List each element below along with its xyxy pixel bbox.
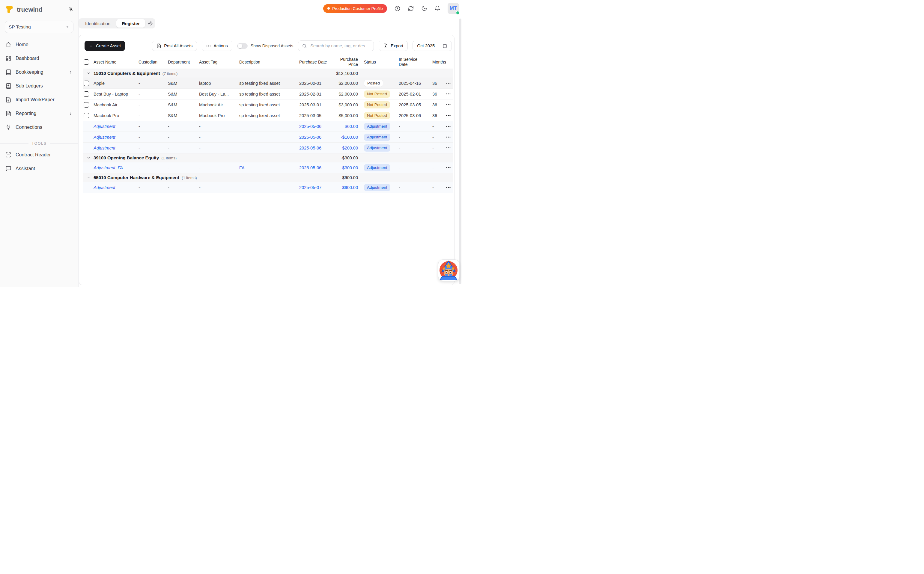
column-header-purchase-price: Purchase Price	[330, 57, 358, 68]
column-header-asset-name: Asset Name	[93, 60, 139, 65]
sidebar-tools: Contract Reader Assistant	[0, 148, 78, 175]
cell-purchase-date[interactable]: 2025-05-07	[294, 185, 330, 190]
adjustment-row[interactable]: Adjustment - - - 2025-05-06 $60.00 Adjus…	[83, 121, 453, 131]
create-asset-button[interactable]: Create Asset	[85, 41, 125, 51]
cell-asset-name[interactable]: Adjustment	[93, 146, 139, 150]
adjustment-row[interactable]: Adjustment: FA - - - FA 2025-05-06 -$300…	[83, 162, 453, 173]
group-header-row[interactable]: 15010 Computers & Equipment (7 items) $1…	[83, 69, 453, 77]
cell-in-service-date: -	[393, 124, 426, 129]
chevron-down-icon	[87, 175, 90, 180]
book-plus-icon	[5, 83, 11, 89]
gear-icon[interactable]	[147, 20, 153, 26]
asset-row[interactable]: Macbook Pro - S&M Macbook Pro sp testing…	[83, 110, 453, 121]
page-scrollbar[interactable]	[459, 19, 461, 284]
cell-purchase-date[interactable]: 2025-05-06	[294, 166, 330, 170]
sidebar-item-import-workpaper[interactable]: Import WorkPaper	[0, 93, 78, 107]
sidebar-item-sub-ledgers[interactable]: Sub Ledgers	[0, 79, 78, 93]
cell-purchase-date: 2025-03-01	[294, 102, 330, 107]
cell-asset-name[interactable]: Adjustment	[93, 185, 139, 190]
export-button[interactable]: Export	[379, 41, 408, 51]
row-actions-button[interactable]	[443, 104, 453, 106]
sidebar-item-label: Assistant	[16, 166, 35, 171]
notifications-bell-icon[interactable]	[434, 5, 440, 11]
column-header-months: Months	[426, 60, 443, 65]
cell-months: -	[426, 124, 443, 129]
cell-months: 36	[426, 102, 443, 107]
tab-register[interactable]: Register	[116, 19, 145, 28]
app-root: truewind SP Testing Home Dashboard Bookk…	[0, 0, 462, 287]
column-header-purchase-date: Purchase Date	[294, 60, 330, 65]
sidebar-item-home[interactable]: Home	[0, 38, 78, 52]
cell-asset-name[interactable]: Adjustment	[93, 135, 139, 140]
cell-months: 36	[426, 91, 443, 96]
period-selector-button[interactable]: Oct 2025	[413, 41, 452, 51]
show-disposed-toggle[interactable]	[237, 43, 248, 49]
cell-purchase-date[interactable]: 2025-05-06	[294, 124, 330, 129]
sidebar-item-bookkeeping[interactable]: Bookkeeping	[0, 65, 78, 79]
row-actions-button[interactable]	[443, 93, 453, 95]
status-badge: Not Posted	[364, 101, 390, 109]
help-icon[interactable]	[394, 5, 400, 12]
status-badge: Adjustment	[364, 184, 390, 191]
select-all-checkbox[interactable]	[84, 59, 89, 65]
plus-icon	[89, 44, 93, 48]
actions-button[interactable]: Actions	[202, 41, 233, 51]
cell-custodian: -	[139, 102, 168, 107]
search-input[interactable]	[310, 43, 370, 49]
dark-mode-icon[interactable]	[421, 5, 427, 11]
user-avatar[interactable]: MT	[448, 3, 459, 14]
status-badge: Posted	[364, 80, 383, 87]
row-checkbox[interactable]	[84, 113, 89, 118]
row-actions-button[interactable]	[443, 167, 453, 168]
group-name: 65010 Computer Hardware & Equipment	[93, 175, 179, 180]
adjustment-row[interactable]: Adjustment - - - 2025-05-07 $900.00 Adju…	[83, 182, 453, 192]
asset-row[interactable]: Apple - S&M laptop sp testing fixed asse…	[83, 77, 453, 88]
sidebar-item-connections[interactable]: Connections	[0, 120, 78, 134]
post-all-assets-button[interactable]: Post All Assets	[152, 41, 197, 51]
cell-purchase-date[interactable]: 2025-05-06	[294, 135, 330, 140]
dashboard-icon	[5, 55, 11, 62]
status-badge: Adjustment	[364, 144, 390, 151]
group-header-row[interactable]: 39100 Opening Balance Equity (1 items) -…	[83, 153, 453, 162]
cell-asset-name[interactable]: Adjustment: FA	[93, 166, 139, 170]
adjustment-row[interactable]: Adjustment - - - 2025-05-06 -$100.00 Adj…	[83, 131, 453, 142]
status-badge: Adjustment	[364, 134, 390, 141]
cell-status: Posted	[358, 80, 393, 87]
row-actions-button[interactable]	[443, 126, 453, 127]
sidebar-item-dashboard[interactable]: Dashboard	[0, 52, 78, 65]
workspace-select[interactable]: SP Testing	[5, 21, 73, 33]
cell-in-service-date: -	[393, 185, 426, 190]
profile-environment-badge[interactable]: Production Customer Profile	[323, 4, 387, 13]
sidebar-item-reporting[interactable]: Reporting	[0, 107, 78, 120]
tab-identification[interactable]: Identification	[80, 19, 116, 28]
adjustment-row[interactable]: Adjustment - - - 2025-05-06 $200.00 Adju…	[83, 142, 453, 153]
cell-purchase-price: $200.00	[330, 146, 358, 150]
status-badge: Not Posted	[364, 90, 390, 98]
cell-department: S&M	[168, 91, 199, 96]
row-checkbox[interactable]	[84, 91, 89, 97]
row-checkbox[interactable]	[84, 102, 89, 107]
asset-row[interactable]: Macbook Air - S&M Macbook Air sp testing…	[83, 99, 453, 110]
asset-register-table: Asset Name Custodian Department Asset Ta…	[83, 55, 453, 192]
register-card: Create Asset Post All Assets Actions	[79, 35, 454, 285]
sidebar-item-contract-reader[interactable]: Contract Reader	[0, 148, 78, 162]
cell-purchase-date[interactable]: 2025-05-06	[294, 146, 330, 150]
row-actions-button[interactable]	[443, 115, 453, 116]
assistant-mascot-button[interactable]	[438, 259, 460, 281]
row-actions-button[interactable]	[443, 82, 453, 84]
row-checkbox[interactable]	[84, 80, 89, 86]
pin-off-icon[interactable]	[68, 7, 73, 12]
ellipsis-icon	[206, 45, 211, 47]
refresh-icon[interactable]	[408, 5, 414, 12]
cell-asset-name[interactable]: Adjustment	[93, 124, 139, 129]
row-actions-button[interactable]	[443, 147, 453, 148]
group-header-row[interactable]: 65010 Computer Hardware & Equipment (1 i…	[83, 173, 453, 182]
column-header-custodian: Custodian	[139, 60, 168, 65]
cell-purchase-price: $60.00	[330, 124, 358, 129]
cell-department: -	[168, 166, 199, 170]
row-actions-button[interactable]	[443, 187, 453, 188]
row-actions-button[interactable]	[443, 136, 453, 138]
asset-row[interactable]: Best Buy - Laptop - S&M Best Buy - La...…	[83, 88, 453, 99]
sidebar-item-assistant[interactable]: Assistant	[0, 162, 78, 175]
chevron-right-icon	[68, 70, 73, 74]
